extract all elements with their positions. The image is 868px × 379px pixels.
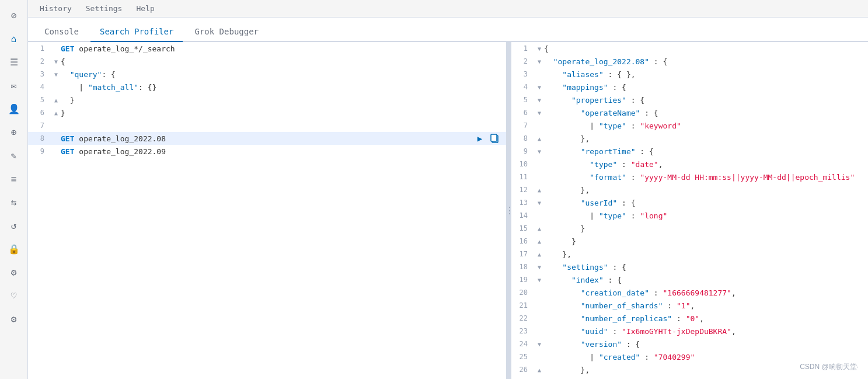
r-line-3: 3 "aliases" : { }, xyxy=(511,68,868,81)
r-line-19: 19 ▼ "index" : { xyxy=(511,273,868,286)
right-code-editor[interactable]: 1 ▼ { 2 ▼ "operate_log_2022.08" : { 3 "a… xyxy=(511,42,868,379)
r-line-5: 5 ▼ "properties" : { xyxy=(511,93,868,106)
r-fold-26[interactable]: ▲ xyxy=(535,367,544,373)
r-fold-16[interactable]: ▲ xyxy=(535,238,544,245)
r-line-17: 17 ▲ }, xyxy=(511,248,868,260)
line-content-8: GET operate_log_2022.08 xyxy=(61,134,469,143)
topbar-settings[interactable]: Settings xyxy=(83,4,125,13)
r-fold-12[interactable]: ▲ xyxy=(535,187,544,193)
line-content-4: | "match_all": {} xyxy=(61,83,501,92)
tab-grok-debugger[interactable]: Grok Debugger xyxy=(185,22,268,42)
sidebar-icon-heart[interactable]: ♡ xyxy=(4,285,25,306)
r-fold-18[interactable]: ▼ xyxy=(535,264,544,270)
r-num-20: 20 xyxy=(511,288,535,297)
sidebar-icon-lines[interactable]: ≡ xyxy=(4,168,25,189)
r-content-1: { xyxy=(544,44,863,53)
r-line-12: 12 ▲ }, xyxy=(511,183,868,196)
r-fold-15[interactable]: ▲ xyxy=(535,225,544,232)
r-content-2: "operate_log_2022.08" : { xyxy=(544,57,863,66)
svg-rect-1 xyxy=(491,134,497,141)
r-num-8: 8 xyxy=(511,134,535,142)
r-num-23: 23 xyxy=(511,327,535,335)
sidebar-icon-plus[interactable]: ⊕ xyxy=(4,121,25,142)
r-fold-1[interactable]: ▼ xyxy=(535,46,544,52)
r-content-23: "uuid" : "Ix6moGYHTt-jxDepDuBKRA", xyxy=(544,327,863,336)
r-fold-19[interactable]: ▼ xyxy=(535,277,544,283)
r-line-27: 27 "provided_name" : "operate_log_2022.0… xyxy=(511,376,868,379)
line-fold-2[interactable]: ▼ xyxy=(51,58,61,65)
sidebar-icon-settings[interactable]: ⚙ xyxy=(4,308,25,329)
r-line-14: 14 | "type" : "long" xyxy=(511,209,868,222)
sidebar-icon-home[interactable]: ⊘ xyxy=(4,5,25,26)
r-num-18: 18 xyxy=(511,263,535,271)
right-editor-pane: 1 ▼ { 2 ▼ "operate_log_2022.08" : { 3 "a… xyxy=(511,42,868,379)
r-content-19: "index" : { xyxy=(544,276,863,284)
left-code-editor[interactable]: 1 GET operate_log_*/_search 2 ▼ { 3 ▼ "q… xyxy=(28,42,506,379)
r-content-16: } xyxy=(544,237,863,246)
r-line-2: 2 ▼ "operate_log_2022.08" : { xyxy=(511,55,868,68)
topbar-help[interactable]: Help xyxy=(134,4,156,13)
line-num-2: 2 xyxy=(28,57,51,65)
sidebar-icon-refresh[interactable]: ↺ xyxy=(4,215,25,236)
r-fold-2[interactable]: ▼ xyxy=(535,58,544,65)
r-num-6: 6 xyxy=(511,109,535,117)
r-line-26: 26 ▲ }, xyxy=(511,363,868,376)
r-fold-8[interactable]: ▲ xyxy=(535,135,544,142)
r-num-10: 10 xyxy=(511,160,535,168)
line-num-3: 3 xyxy=(28,70,51,78)
sidebar-icon-mail[interactable]: ✉ xyxy=(4,75,25,96)
r-fold-6[interactable]: ▼ xyxy=(535,110,544,116)
sidebar-icon-lock[interactable]: 🔒 xyxy=(4,238,25,259)
sidebar-icon-user[interactable]: 👤 xyxy=(4,98,25,119)
r-fold-13[interactable]: ▼ xyxy=(535,200,544,206)
line-fold-5[interactable]: ▲ xyxy=(51,97,61,103)
sidebar-icon-gear[interactable]: ⚙ xyxy=(4,262,25,283)
sidebar-icon-list[interactable]: ☰ xyxy=(4,51,25,72)
r-fold-5[interactable]: ▼ xyxy=(535,97,544,103)
copy-button[interactable] xyxy=(489,132,501,145)
r-content-12: }, xyxy=(544,186,863,194)
r-content-25: | "created" : "7040299" xyxy=(544,353,863,361)
tab-search-profiler[interactable]: Search Profiler xyxy=(90,22,183,42)
topbar-history[interactable]: History xyxy=(37,4,74,13)
sidebar-icon-transfer[interactable]: ⇆ xyxy=(4,192,25,213)
r-num-4: 4 xyxy=(511,83,535,91)
r-content-4: "mappings" : { xyxy=(544,83,863,92)
main-content: History Settings Help Console Search Pro… xyxy=(28,0,868,379)
r-content-17: }, xyxy=(544,250,863,259)
sidebar-icon-dashboard[interactable]: ⌂ xyxy=(4,28,25,49)
r-num-11: 11 xyxy=(511,173,535,181)
line-content-3: "query": { xyxy=(61,70,501,79)
r-fold-4[interactable]: ▼ xyxy=(535,84,544,91)
r-line-8: 8 ▲ }, xyxy=(511,132,868,145)
r-num-24: 24 xyxy=(511,340,535,348)
code-line-1: 1 GET operate_log_*/_search xyxy=(28,42,506,55)
r-content-24: "version" : { xyxy=(544,340,863,349)
r-line-4: 4 ▼ "mappings" : { xyxy=(511,81,868,93)
r-fold-24[interactable]: ▼ xyxy=(535,341,544,347)
run-button[interactable]: ▶ xyxy=(473,132,486,145)
r-content-7: | "type" : "keyword" xyxy=(544,121,863,130)
code-line-9: 9 GET operate_log_2022.09 xyxy=(28,145,506,158)
r-num-5: 5 xyxy=(511,96,535,104)
line-num-4: 4 xyxy=(28,83,51,91)
line-content-5: } xyxy=(61,96,501,105)
r-num-14: 14 xyxy=(511,211,535,220)
r-content-8: }, xyxy=(544,134,863,143)
r-content-13: "userId" : { xyxy=(544,199,863,207)
code-line-8: 8 GET operate_log_2022.08 ▶ xyxy=(28,132,506,145)
line-content-2: { xyxy=(61,57,501,66)
code-line-3: 3 ▼ "query": { xyxy=(28,68,506,81)
line-fold-6[interactable]: ▲ xyxy=(51,110,61,116)
line-fold-3[interactable]: ▼ xyxy=(51,71,61,78)
r-num-22: 22 xyxy=(511,314,535,322)
r-fold-17[interactable]: ▲ xyxy=(535,251,544,258)
tab-console[interactable]: Console xyxy=(35,22,88,42)
sidebar-icon-edit[interactable]: ✎ xyxy=(4,145,25,166)
r-line-13: 13 ▼ "userId" : { xyxy=(511,196,868,209)
pane-resizer[interactable]: ⋮ xyxy=(507,42,511,379)
tab-bar: Console Search Profiler Grok Debugger xyxy=(28,18,868,42)
line-8-actions: ▶ xyxy=(473,132,501,145)
r-fold-9[interactable]: ▼ xyxy=(535,148,544,155)
top-bar: History Settings Help xyxy=(28,0,868,18)
